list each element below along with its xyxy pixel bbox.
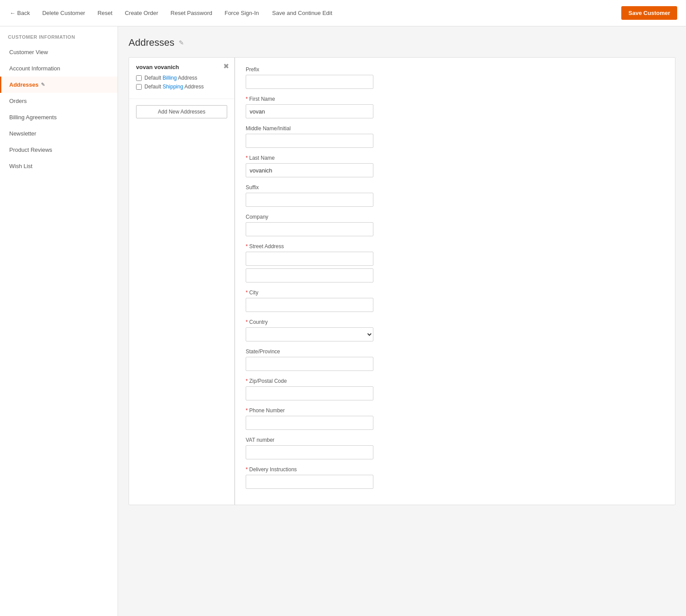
vat-field: VAT number — [246, 437, 664, 459]
content-area: Addresses ✎ vovan vovanich ✖ Default Bil… — [118, 26, 686, 616]
sidebar-label-orders: Orders — [9, 98, 27, 104]
zip-input[interactable] — [246, 386, 373, 400]
main-layout: CUSTOMER INFORMATION Customer View Accou… — [0, 26, 686, 616]
middle-name-input[interactable] — [246, 134, 373, 148]
company-input[interactable] — [246, 222, 373, 236]
last-name-field: Last Name — [246, 155, 664, 177]
first-name-label: First Name — [246, 96, 664, 102]
default-shipping-label: Default Shipping Address — [144, 84, 204, 90]
city-input[interactable] — [246, 298, 373, 312]
country-select[interactable]: United States United Kingdom Germany Fra… — [246, 327, 373, 341]
save-continue-button[interactable]: Save and Continue Edit — [270, 6, 334, 20]
country-field: Country United States United Kingdom Ger… — [246, 319, 664, 341]
sidebar-item-billing-agreements[interactable]: Billing Agreements — [0, 109, 118, 125]
toolbar: ← Back Delete Customer Reset Create Orde… — [0, 0, 686, 26]
page-title: Addresses — [129, 37, 174, 48]
sidebar-item-account-information[interactable]: Account Information — [0, 60, 118, 77]
addresses-container: vovan vovanich ✖ Default Billing Address… — [129, 57, 675, 505]
phone-input[interactable] — [246, 416, 373, 430]
sidebar-item-newsletter[interactable]: Newsletter — [0, 125, 118, 142]
sidebar-item-customer-view[interactable]: Customer View — [0, 44, 118, 60]
prefix-label: Prefix — [246, 66, 664, 73]
prefix-field: Prefix — [246, 66, 664, 89]
delivery-input[interactable] — [246, 475, 373, 489]
sidebar-label-addresses: Addresses — [9, 81, 38, 88]
page-title-edit-icon[interactable]: ✎ — [179, 39, 184, 46]
country-label: Country — [246, 319, 664, 325]
city-label: City — [246, 290, 664, 296]
address-list-panel: vovan vovanich ✖ Default Billing Address… — [129, 58, 235, 505]
default-shipping-row: Default Shipping Address — [136, 84, 227, 90]
sidebar-item-orders[interactable]: Orders — [0, 93, 118, 109]
default-billing-row: Default Billing Address — [136, 75, 227, 81]
suffix-field: Suffix — [246, 184, 664, 207]
state-label: State/Province — [246, 348, 664, 355]
last-name-label: Last Name — [246, 155, 664, 161]
state-input[interactable] — [246, 357, 373, 371]
default-billing-label: Default Billing Address — [144, 75, 197, 81]
sidebar-label-wish-list: Wish List — [9, 163, 33, 169]
sidebar-label-newsletter: Newsletter — [9, 130, 36, 137]
middle-name-label: Middle Name/Initial — [246, 125, 664, 132]
force-signin-button[interactable]: Force Sign-In — [224, 7, 260, 19]
sidebar-label-billing-agreements: Billing Agreements — [9, 114, 57, 121]
back-arrow-icon: ← — [10, 10, 15, 16]
street-line2-input[interactable] — [246, 268, 373, 282]
prefix-input[interactable] — [246, 75, 373, 89]
default-shipping-checkbox[interactable] — [136, 84, 142, 90]
create-order-button[interactable]: Create Order — [124, 7, 159, 19]
city-field: City — [246, 290, 664, 312]
first-name-input[interactable] — [246, 104, 373, 118]
vat-input[interactable] — [246, 445, 373, 459]
billing-link[interactable]: Billing — [162, 75, 177, 81]
phone-field: Phone Number — [246, 407, 664, 430]
delete-customer-button[interactable]: Delete Customer — [41, 7, 86, 19]
suffix-label: Suffix — [246, 184, 664, 191]
add-new-addresses-button[interactable]: Add New Addresses — [136, 105, 227, 118]
street-line1-input[interactable] — [246, 252, 373, 266]
street-address-field: Street Address — [246, 243, 664, 282]
first-name-field: First Name — [246, 96, 664, 118]
sidebar-item-addresses[interactable]: Addresses ✎ — [0, 77, 118, 93]
shipping-link[interactable]: Shipping — [162, 84, 183, 90]
addresses-edit-icon: ✎ — [41, 82, 45, 88]
default-billing-checkbox[interactable] — [136, 75, 142, 81]
sidebar-item-wish-list[interactable]: Wish List — [0, 158, 118, 174]
company-field: Company — [246, 214, 664, 236]
suffix-input[interactable] — [246, 193, 373, 207]
sidebar-item-product-reviews[interactable]: Product Reviews — [0, 142, 118, 158]
back-label: Back — [17, 10, 30, 16]
sidebar: CUSTOMER INFORMATION Customer View Accou… — [0, 26, 118, 616]
address-form-panel: Prefix First Name Middle Name/Initial La… — [235, 58, 675, 505]
last-name-input[interactable] — [246, 163, 373, 177]
address-card: vovan vovanich ✖ Default Billing Address… — [129, 58, 234, 99]
sidebar-label-account-information: Account Information — [9, 65, 60, 72]
reset-password-button[interactable]: Reset Password — [170, 7, 213, 19]
address-card-name: vovan vovanich — [136, 64, 227, 70]
sidebar-section-title: CUSTOMER INFORMATION — [0, 26, 118, 44]
address-card-remove-button[interactable]: ✖ — [223, 63, 229, 70]
page-title-area: Addresses ✎ — [129, 37, 675, 48]
zip-label: Zip/Postal Code — [246, 378, 664, 384]
reset-button[interactable]: Reset — [96, 7, 113, 19]
state-field: State/Province — [246, 348, 664, 371]
phone-label: Phone Number — [246, 407, 664, 414]
company-label: Company — [246, 214, 664, 220]
sidebar-label-product-reviews: Product Reviews — [9, 147, 52, 153]
vat-label: VAT number — [246, 437, 664, 443]
zip-field: Zip/Postal Code — [246, 378, 664, 400]
save-customer-button[interactable]: Save Customer — [621, 6, 677, 20]
middle-name-field: Middle Name/Initial — [246, 125, 664, 148]
street-address-label: Street Address — [246, 243, 664, 249]
delivery-field: Delivery Instructions — [246, 466, 664, 489]
delivery-label: Delivery Instructions — [246, 466, 664, 473]
sidebar-label-customer-view: Customer View — [9, 49, 48, 55]
back-button[interactable]: ← Back — [9, 7, 31, 19]
